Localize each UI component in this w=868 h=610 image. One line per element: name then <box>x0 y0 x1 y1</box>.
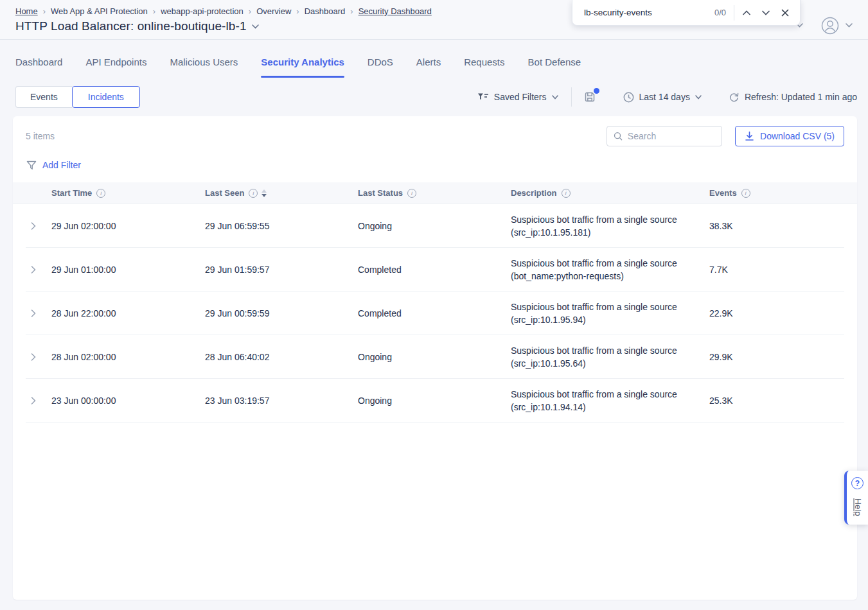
expand-row-chevron-icon[interactable] <box>26 262 41 277</box>
breadcrumb-home[interactable]: Home <box>15 6 38 16</box>
expand-row-chevron-icon[interactable] <box>26 393 41 408</box>
items-count: 5 items <box>26 131 55 141</box>
info-icon[interactable] <box>96 189 105 198</box>
time-range-label: Last 14 days <box>639 92 690 102</box>
expand-row-chevron-icon[interactable] <box>26 218 41 234</box>
breadcrumb-namespace[interactable]: webapp-api-protection <box>161 6 244 16</box>
cell-last-status: Ongoing <box>358 396 511 406</box>
tab-ddos[interactable]: DDoS <box>368 57 393 78</box>
events-incidents-toggle: Events Incidents <box>15 86 140 108</box>
find-close-button[interactable] <box>775 3 795 22</box>
divider <box>571 87 572 107</box>
download-csv-button[interactable]: Download CSV (5) <box>735 126 844 146</box>
info-icon[interactable] <box>249 189 258 198</box>
col-description[interactable]: Description <box>511 188 709 198</box>
time-range-dropdown[interactable]: Last 14 days <box>623 92 702 103</box>
cell-start-time: 29 Jun 02:00:00 <box>51 221 205 231</box>
funnel-icon <box>26 161 37 170</box>
cell-events: 38.3K <box>709 221 844 231</box>
breadcrumb-security-dashboard[interactable]: Security Dashboard <box>359 6 432 16</box>
find-in-page-bar: 0/0 <box>572 0 801 26</box>
cell-last-seen: 23 Jun 03:19:57 <box>205 396 358 406</box>
download-icon <box>745 131 754 141</box>
tab-dashboard[interactable]: Dashboard <box>15 57 62 78</box>
info-icon[interactable] <box>407 189 416 198</box>
divider <box>734 5 734 21</box>
add-filter-button[interactable]: Add Filter <box>13 146 857 170</box>
col-label: Description <box>511 188 557 198</box>
help-tab[interactable]: ? Help <box>844 471 868 525</box>
title-chevron-down-icon[interactable] <box>252 24 259 29</box>
toggle-events-button[interactable]: Events <box>15 86 72 108</box>
info-icon[interactable] <box>562 189 571 198</box>
add-filter-label: Add Filter <box>42 160 81 170</box>
sort-descending-icon[interactable] <box>261 189 267 197</box>
saved-filters-dropdown[interactable]: Saved Filters <box>477 92 558 102</box>
expand-row-chevron-icon[interactable] <box>26 306 41 321</box>
tab-malicious-users[interactable]: Malicious Users <box>170 57 238 78</box>
search-input[interactable] <box>628 131 715 141</box>
search-icon <box>614 131 623 141</box>
col-label: Events <box>709 188 737 198</box>
account-button[interactable] <box>821 17 839 35</box>
chevron-right-icon: › <box>153 6 155 16</box>
chevron-right-icon: › <box>249 6 251 16</box>
saved-filters-label: Saved Filters <box>494 92 547 102</box>
cell-start-time: 23 Jun 00:00:00 <box>51 396 205 406</box>
chevron-down-icon <box>552 95 558 100</box>
tab-api-endpoints[interactable]: API Endpoints <box>85 57 146 78</box>
cell-start-time: 28 Jun 22:00:00 <box>51 308 205 318</box>
close-icon <box>781 9 789 17</box>
notification-dot <box>594 88 599 94</box>
toolbar-right: Saved Filters Last 14 days <box>477 87 857 107</box>
breadcrumb-waap[interactable]: Web App & API Protection <box>51 6 148 16</box>
cell-events: 7.7K <box>709 265 844 275</box>
col-start-time[interactable]: Start Time <box>51 188 205 198</box>
cell-start-time: 29 Jun 01:00:00 <box>51 265 205 275</box>
cell-description: Suspicious bot traffic from a single sou… <box>511 257 709 283</box>
tab-bot-defense[interactable]: Bot Defense <box>528 57 581 78</box>
find-input[interactable] <box>584 8 712 17</box>
cell-description: Suspicious bot traffic from a single sou… <box>511 301 709 326</box>
table-row[interactable]: 28 Jun 22:00:00 29 Jun 00:59:59 Complete… <box>26 292 844 335</box>
chevron-right-icon: › <box>296 6 299 16</box>
col-label: Last Status <box>358 188 403 198</box>
tab-security-analytics[interactable]: Security Analytics <box>261 57 344 78</box>
find-match-count: 0/0 <box>714 8 726 17</box>
cell-last-status: Ongoing <box>358 352 511 362</box>
help-question-icon: ? <box>851 477 864 489</box>
find-previous-button[interactable] <box>737 3 756 22</box>
cell-description: Suspicious bot traffic from a single sou… <box>511 213 709 239</box>
col-label: Last Seen <box>205 188 244 198</box>
cell-events: 29.9K <box>709 352 844 362</box>
panel-header: 5 items Download CSV (5) <box>13 116 857 146</box>
table-row[interactable]: 28 Jun 02:00:00 28 Jun 06:40:02 Ongoing … <box>26 335 844 379</box>
cell-last-seen: 29 Jun 00:59:59 <box>205 308 358 318</box>
toggle-incidents-button[interactable]: Incidents <box>72 86 140 108</box>
cell-last-seen: 28 Jun 06:40:02 <box>205 352 358 362</box>
account-chevron-down-icon[interactable] <box>846 23 853 28</box>
col-last-status[interactable]: Last Status <box>358 188 511 198</box>
tab-alerts[interactable]: Alerts <box>416 57 441 78</box>
filter-lines-icon <box>477 92 489 101</box>
col-last-seen[interactable]: Last Seen <box>205 188 358 198</box>
table-row[interactable]: 23 Jun 00:00:00 23 Jun 03:19:57 Ongoing … <box>26 379 844 423</box>
header-right <box>796 12 853 39</box>
expand-row-chevron-icon[interactable] <box>26 349 41 365</box>
analytics-toolbar: Events Incidents Saved Filters <box>0 86 868 108</box>
info-icon[interactable] <box>741 189 750 198</box>
table-row[interactable]: 29 Jun 01:00:00 29 Jun 01:59:57 Complete… <box>26 248 844 292</box>
refresh-icon <box>729 92 740 103</box>
help-label: Help <box>853 498 862 516</box>
col-events[interactable]: Events <box>709 188 844 198</box>
tab-requests[interactable]: Requests <box>464 57 504 78</box>
find-next-button[interactable] <box>756 3 775 22</box>
refresh-button[interactable]: Refresh: Updated 1 min ago <box>729 92 857 103</box>
refresh-label: Refresh: Updated 1 min ago <box>745 92 857 102</box>
cell-last-status: Completed <box>358 308 511 318</box>
breadcrumb-dashboard[interactable]: Dashboard <box>305 6 346 16</box>
cell-last-status: Completed <box>358 265 511 275</box>
save-filter-button[interactable] <box>583 91 596 103</box>
table-row[interactable]: 29 Jun 02:00:00 29 Jun 06:59:55 Ongoing … <box>26 204 844 248</box>
breadcrumb-overview[interactable]: Overview <box>256 6 291 16</box>
